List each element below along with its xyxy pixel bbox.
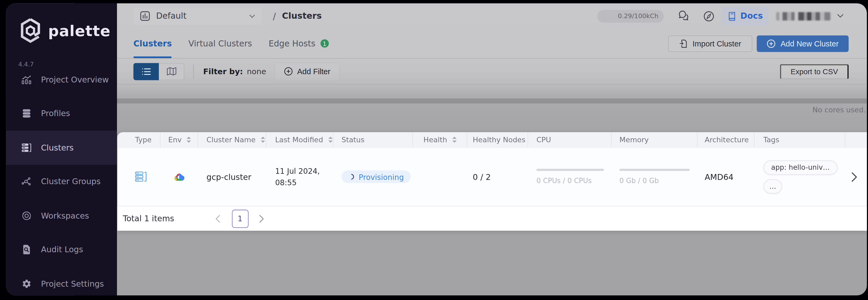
column-header-tags: Tags <box>754 132 845 147</box>
app-window: palette 4.4.7 Project Overview Profiles <box>6 3 867 295</box>
tag-overflow-pill[interactable]: … <box>763 179 782 194</box>
memory-usage-label: 0 Gb / 0 Gb <box>619 176 698 185</box>
project-name: Default <box>156 11 187 21</box>
status-label: Provisioning <box>359 172 404 181</box>
bar-chart-icon <box>140 11 150 21</box>
cell-env <box>160 172 198 181</box>
chevron-right-icon[interactable] <box>851 172 867 182</box>
export-csv-label: Export to CSV <box>790 68 838 76</box>
tag-pill[interactable]: app: hello-univ… <box>763 160 838 174</box>
sidebar-item-label: Profiles <box>41 109 70 118</box>
cpu-usage-label: 0 CPUs / 0 CPUs <box>536 176 612 185</box>
export-csv-button[interactable]: Export to CSV <box>780 64 848 79</box>
clusters-table-card: Type Env Cluster Name Last Modified Stat… <box>117 132 867 231</box>
network-icon <box>22 177 32 187</box>
add-new-cluster-button[interactable]: Add New Cluster <box>756 35 848 52</box>
project-selector[interactable]: Default <box>133 7 262 25</box>
map-view-button[interactable] <box>159 63 184 80</box>
cell-architecture: AMD64 <box>698 172 754 181</box>
compass-icon <box>703 10 715 23</box>
sidebar-item-clusters[interactable]: Clusters <box>6 131 117 164</box>
status-badge: Provisioning <box>342 170 410 183</box>
tabs-bar: Clusters Virtual Clusters Edge Hosts 1 <box>117 29 867 59</box>
cell-last-modified: 11 Jul 2024, 08:55 <box>266 165 333 189</box>
sidebar-item-label: Audit Logs <box>41 245 83 254</box>
sidebar-item-label: Workspaces <box>41 211 89 220</box>
chevron-down-icon[interactable] <box>837 14 844 19</box>
topbar-right: 0.29/100kCh <box>597 7 843 25</box>
sidebar-item-label: Project Settings <box>41 279 104 288</box>
sidebar-item-workspaces[interactable]: Workspaces <box>6 199 117 232</box>
column-header-health[interactable]: Health <box>413 132 467 147</box>
import-cluster-label: Import Cluster <box>692 39 741 48</box>
sidebar-item-profiles[interactable]: Profiles <box>6 97 117 131</box>
column-header-actions <box>845 132 867 147</box>
user-account-menu[interactable] <box>776 12 830 20</box>
sidebar-item-project-overview[interactable]: Project Overview <box>6 62 117 96</box>
gear-icon <box>22 279 32 289</box>
toolbar-divider <box>193 64 194 78</box>
breadcrumb-current[interactable]: Clusters <box>282 11 322 21</box>
add-new-cluster-label: Add New Cluster <box>780 39 839 48</box>
docs-label: Docs <box>740 11 763 21</box>
tab-label: Edge Hosts <box>269 38 315 48</box>
pagination-next-button[interactable] <box>259 214 264 223</box>
chat-button[interactable] <box>677 10 691 22</box>
sort-icon <box>260 137 265 143</box>
column-header-architecture: Architecture <box>698 132 754 147</box>
list-view-button[interactable] <box>133 63 159 80</box>
import-cluster-button[interactable]: Import Cluster <box>668 35 752 52</box>
book-icon <box>727 11 736 21</box>
docs-button[interactable]: Docs <box>722 7 768 25</box>
explore-button[interactable] <box>703 10 715 23</box>
column-header-healthy-nodes: Healthy Nodes <box>467 132 528 147</box>
cell-type <box>117 172 160 182</box>
cell-memory: 0 Gb / 0 Gb <box>612 169 698 185</box>
cell-actions <box>845 172 867 182</box>
chevron-down-icon <box>249 14 255 18</box>
chevron-left-icon <box>215 214 220 223</box>
cluster-servers-icon <box>135 172 148 182</box>
filter-bar: Filter by: none Add Filter Export to CSV <box>117 59 867 85</box>
cell-status: Provisioning <box>333 170 413 183</box>
sidebar-item-audit-logs[interactable]: Audit Logs <box>6 233 117 267</box>
sort-icon <box>452 137 457 143</box>
pagination-prev-button[interactable] <box>215 214 220 223</box>
import-file-icon <box>679 39 687 48</box>
add-filter-label: Add Filter <box>297 67 330 76</box>
column-header-last-modified[interactable]: Last Modified <box>266 132 333 147</box>
column-header-type: Type <box>117 132 160 147</box>
tab-actions: Import Cluster Add New Cluster <box>668 35 849 52</box>
brand-name: palette <box>48 22 111 39</box>
last-modified-time: 08:55 <box>275 177 333 189</box>
pagination-page-1[interactable]: 1 <box>232 209 248 228</box>
table-footer: Total 1 items 1 <box>117 206 867 231</box>
breadcrumb-separator: / <box>273 11 276 21</box>
sidebar-item-label: Cluster Groups <box>41 177 100 186</box>
table-header: Type Env Cluster Name Last Modified Stat… <box>117 132 867 147</box>
orbit-icon <box>22 210 32 221</box>
sidebar-item-project-settings[interactable]: Project Settings <box>6 267 117 296</box>
column-header-env[interactable]: Env <box>160 132 198 147</box>
doc-search-icon <box>22 245 32 255</box>
memory-usage-bar <box>619 169 690 171</box>
cell-cluster-name[interactable]: gcp-cluster <box>198 172 266 181</box>
database-icon <box>22 109 32 119</box>
edge-hosts-count-badge: 1 <box>320 39 329 47</box>
sidebar-item-cluster-groups[interactable]: Cluster Groups <box>6 165 117 199</box>
tab-virtual-clusters[interactable]: Virtual Clusters <box>189 29 252 59</box>
tab-edge-hosts[interactable]: Edge Hosts 1 <box>269 29 329 59</box>
servers-icon <box>22 142 32 153</box>
column-header-cluster-name[interactable]: Cluster Name <box>198 132 266 147</box>
add-filter-button[interactable]: Add Filter <box>275 62 340 80</box>
last-modified-date: 11 Jul 2024, <box>275 165 333 177</box>
gcp-icon <box>173 172 185 181</box>
sidebar: palette 4.4.7 Project Overview Profiles <box>6 3 117 295</box>
spinner-icon <box>348 173 355 180</box>
chat-icon <box>677 10 691 22</box>
palette-logo-icon <box>20 18 41 43</box>
tab-clusters[interactable]: Clusters <box>133 29 172 59</box>
table-row[interactable]: gcp-cluster 11 Jul 2024, 08:55 Provisio <box>117 147 867 206</box>
list-view-icon <box>142 67 151 75</box>
filter-by-value: none <box>247 67 266 76</box>
